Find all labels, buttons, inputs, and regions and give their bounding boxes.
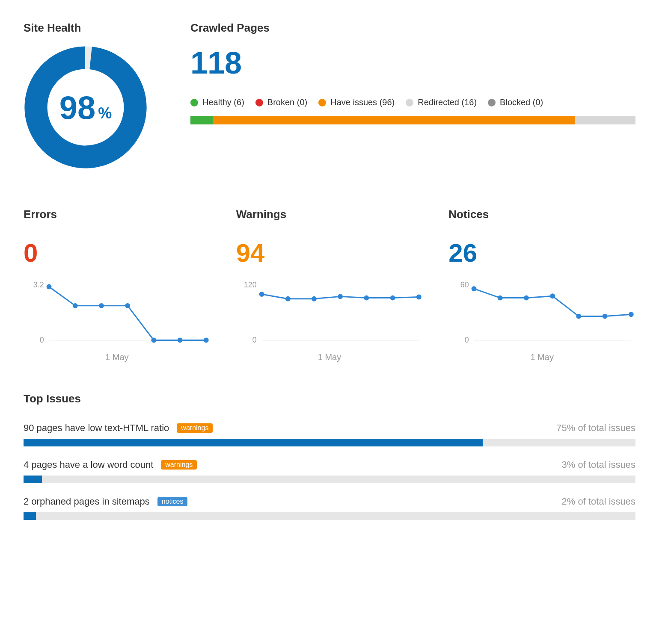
issue-tag: warnings [177,423,213,433]
issue-head: 90 pages have low text-HTML ratiowarning… [24,422,635,434]
issue-label: 90 pages have low text-HTML ratio [24,422,169,434]
data-point [416,294,421,299]
data-point [47,284,52,290]
data-point [603,314,608,319]
site-health-score: 98 [59,89,96,126]
errors-panel: Errors 0 03.2 1 May [24,208,211,362]
crawled-legend: Healthy (6)Broken (0)Have issues (96)Red… [190,97,635,107]
issue-row[interactable]: 4 pages have a low word countwarnings3% … [24,459,635,483]
warnings-panel: Warnings 94 0120 1 May [236,208,423,362]
warnings-sparkline: 0120 [236,276,423,349]
data-point [629,312,634,317]
legend-swatch [488,99,496,106]
notices-x-label: 1 May [448,352,635,362]
y-tick-label: 3.2 [33,281,44,289]
crawled-title: Crawled Pages [190,21,635,35]
issue-bar-fill [24,476,42,483]
issue-tag: notices [157,497,188,506]
data-point [550,293,555,298]
legend-item[interactable]: Broken (0) [255,97,307,107]
site-health-title: Site Health [24,21,169,35]
crawled-pages-panel: Crawled Pages 118 Healthy (6)Broken (0)H… [190,21,635,169]
notices-title: Notices [448,208,635,221]
legend-item[interactable]: Redirected (16) [406,97,477,107]
legend-swatch [255,99,263,106]
warnings-title: Warnings [236,208,423,221]
crawled-total: 118 [190,45,635,80]
data-point [178,338,183,343]
errors-sparkline: 03.2 [24,276,211,349]
issue-label: 4 pages have a low word count [24,459,153,470]
data-point [390,295,395,301]
data-point [285,296,290,301]
data-point [576,314,582,319]
data-point [524,295,529,301]
data-point [125,303,130,308]
legend-label: Blocked (0) [500,97,543,107]
issue-tag: warnings [161,460,197,470]
data-point [364,295,369,301]
data-point [259,292,264,297]
issue-percent: 2% of total issues [562,496,635,507]
issue-head: 2 orphaned pages in sitemapsnotices2% of… [24,496,635,507]
stacked-segment [575,116,635,124]
issue-percent: 75% of total issues [556,422,635,434]
issue-row[interactable]: 90 pages have low text-HTML ratiowarning… [24,422,635,446]
legend-label: Healthy (6) [202,97,244,107]
data-point [498,295,503,301]
data-point [99,303,104,308]
top-issues-title: Top Issues [24,392,635,405]
errors-title: Errors [24,208,211,221]
legend-item[interactable]: Blocked (0) [488,97,543,107]
site-health-panel: Site Health 98 % [24,21,169,169]
y-tick-label: 120 [243,281,256,289]
data-point [312,296,317,301]
issue-bar [24,476,635,483]
data-point [472,286,477,291]
legend-label: Broken (0) [267,97,307,107]
issue-bar [24,512,635,520]
errors-x-label: 1 May [24,352,211,362]
issue-bar [24,439,635,446]
warnings-value: 94 [236,238,423,268]
issue-bar-fill [24,512,36,520]
stacked-segment [213,116,575,124]
y-tick-label: 0 [40,336,44,344]
legend-label: Redirected (16) [418,97,477,107]
notices-value: 26 [448,238,635,268]
legend-label: Have issues (96) [330,97,395,107]
y-tick-label: 0 [252,336,256,344]
issue-head: 4 pages have a low word countwarnings3% … [24,459,635,470]
legend-swatch [318,99,326,106]
legend-item[interactable]: Healthy (6) [190,97,244,107]
y-tick-label: 0 [465,336,469,344]
donut-center-label: 98 % [24,45,148,169]
notices-sparkline: 060 [448,276,635,349]
errors-value: 0 [24,238,211,268]
site-health-unit: % [98,104,112,122]
y-tick-label: 60 [460,281,469,289]
legend-swatch [190,99,198,106]
series-line [49,287,206,340]
warnings-x-label: 1 May [236,352,423,362]
site-health-donut: 98 % [24,45,148,169]
crawled-stacked-bar [190,116,635,124]
top-issues-list: 90 pages have low text-HTML ratiowarning… [24,422,635,520]
issue-row[interactable]: 2 orphaned pages in sitemapsnotices2% of… [24,496,635,520]
legend-swatch [406,99,413,106]
notices-panel: Notices 26 060 1 May [448,208,635,362]
issue-bar-fill [24,439,483,446]
data-point [151,338,156,343]
data-point [73,303,78,308]
issue-label: 2 orphaned pages in sitemaps [24,496,150,507]
series-line [474,289,631,316]
data-point [338,294,343,299]
issue-percent: 3% of total issues [562,459,635,470]
stacked-segment [190,116,213,124]
data-point [204,338,209,343]
legend-item[interactable]: Have issues (96) [318,97,395,107]
top-issues-panel: Top Issues 90 pages have low text-HTML r… [24,392,635,520]
